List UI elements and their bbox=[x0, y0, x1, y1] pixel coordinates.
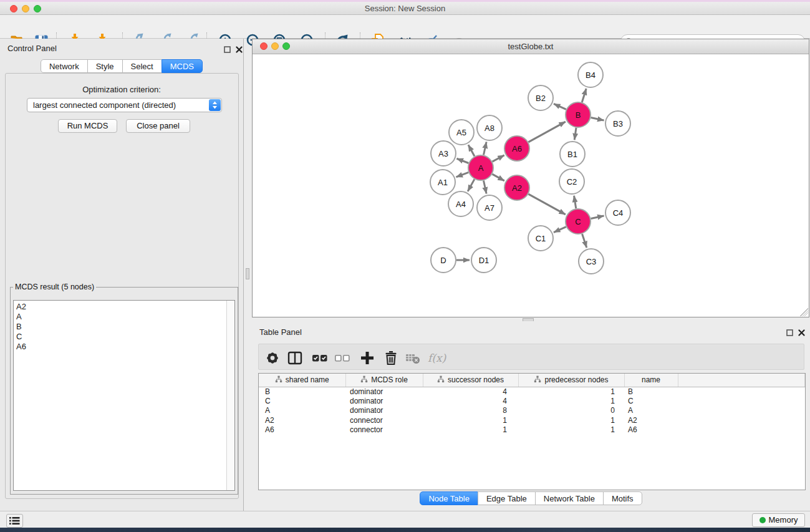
add-column-icon[interactable] bbox=[359, 350, 375, 366]
network-window-titlebar[interactable]: testGlobe.txt bbox=[253, 39, 809, 54]
graph-node-label: C bbox=[575, 217, 581, 226]
tab-select[interactable]: Select bbox=[122, 59, 162, 73]
column-header-shared-name[interactable]: shared name bbox=[259, 374, 345, 387]
mcds-list-scrollbar[interactable] bbox=[226, 301, 234, 490]
run-mcds-button[interactable]: Run MCDS bbox=[58, 119, 117, 133]
select-all-icon[interactable] bbox=[312, 350, 328, 366]
task-history-button[interactable] bbox=[6, 514, 23, 528]
column-header-predecessor-nodes[interactable]: predecessor nodes bbox=[518, 374, 624, 387]
network-canvas[interactable]: AA1A3A5A8A6A2A4A7BB1B2B3B4CC1C2C3C4DD1 bbox=[253, 54, 809, 317]
result-item[interactable]: B bbox=[14, 322, 226, 332]
tab-edge-table[interactable]: Edge Table bbox=[478, 491, 536, 505]
graph-edge-A6-B[interactable] bbox=[528, 122, 565, 142]
table-cell[interactable]: A6 bbox=[259, 425, 345, 435]
table-cell[interactable]: B bbox=[624, 387, 678, 397]
tab-node-table[interactable]: Node Table bbox=[420, 491, 478, 505]
result-item[interactable]: A6 bbox=[14, 342, 226, 352]
split-view-icon[interactable] bbox=[287, 350, 303, 366]
table-cell[interactable]: A2 bbox=[624, 416, 678, 426]
graph-edge-A-A7[interactable] bbox=[483, 181, 486, 194]
column-type-icon bbox=[360, 375, 368, 383]
graph-edge-C-C3[interactable] bbox=[582, 234, 587, 248]
graph-node-label: A3 bbox=[438, 149, 448, 158]
result-item[interactable]: A bbox=[14, 312, 226, 322]
table-cell[interactable]: 1 bbox=[423, 416, 518, 426]
table-cell[interactable]: A6 bbox=[624, 425, 678, 435]
result-item[interactable]: A2 bbox=[14, 302, 226, 312]
optimization-criterion-value: largest connected component (directed) bbox=[33, 100, 176, 110]
table-row[interactable]: A2connector11A2 bbox=[259, 416, 805, 426]
function-builder-icon[interactable]: f(x) bbox=[428, 350, 453, 366]
column-header-successor-nodes[interactable]: successor nodes bbox=[423, 374, 518, 387]
table-cell[interactable]: 1 bbox=[518, 387, 624, 397]
table-row[interactable]: A6connector11A6 bbox=[259, 425, 805, 435]
delete-column-trash-icon[interactable] bbox=[383, 350, 399, 366]
graph-edge-B-B2[interactable] bbox=[554, 104, 566, 109]
table-row[interactable]: Adominator80A bbox=[259, 406, 805, 416]
graph-edge-B-B3[interactable] bbox=[591, 117, 604, 120]
graph-edge-A-A3[interactable] bbox=[456, 158, 468, 163]
table-row[interactable]: Bdominator41B bbox=[259, 387, 805, 397]
tab-network-table[interactable]: Network Table bbox=[535, 491, 604, 505]
optimization-criterion-select[interactable]: largest connected component (directed) bbox=[27, 98, 222, 112]
graph-edge-B-B4[interactable] bbox=[582, 89, 586, 102]
graph-edge-A-A4[interactable] bbox=[468, 179, 475, 191]
memory-button[interactable]: Memory bbox=[752, 513, 805, 527]
graph-edge-C-C1[interactable] bbox=[554, 227, 566, 233]
close-panel-button[interactable]: Close panel bbox=[126, 119, 190, 133]
result-item[interactable]: C bbox=[14, 332, 226, 342]
float-panel-icon[interactable] bbox=[786, 329, 794, 337]
table-cell[interactable]: A bbox=[259, 406, 345, 416]
table-cell[interactable]: B bbox=[259, 387, 345, 397]
settings-gear-icon[interactable] bbox=[264, 350, 281, 366]
graph-edge-A-A8[interactable] bbox=[483, 142, 486, 155]
control-panel: Control Panel NetworkStyleSelectMCDS Opt… bbox=[0, 39, 244, 511]
table-cell[interactable]: dominator bbox=[345, 387, 423, 397]
deselect-all-icon[interactable] bbox=[334, 350, 350, 366]
table-cell[interactable]: A2 bbox=[259, 416, 345, 426]
graph-edge-A-A1[interactable] bbox=[456, 172, 469, 177]
float-panel-icon[interactable] bbox=[223, 46, 231, 54]
table-row[interactable]: Cdominator41C bbox=[259, 397, 805, 407]
table-cell[interactable]: 0 bbox=[518, 406, 624, 416]
tab-style[interactable]: Style bbox=[87, 59, 123, 73]
close-panel-icon[interactable] bbox=[235, 46, 243, 54]
tab-motifs[interactable]: Motifs bbox=[603, 491, 642, 505]
table-cell[interactable]: 1 bbox=[423, 425, 518, 435]
graph-node-label: C3 bbox=[586, 257, 597, 266]
table-cell[interactable]: connector bbox=[345, 416, 423, 426]
table-cell[interactable]: connector bbox=[345, 425, 423, 435]
table-cell[interactable]: 4 bbox=[423, 397, 518, 407]
window-resize-grip[interactable] bbox=[800, 308, 808, 316]
table-cell[interactable]: dominator bbox=[345, 397, 423, 407]
table-cell[interactable]: 4 bbox=[423, 387, 518, 397]
table-cell[interactable]: 1 bbox=[518, 397, 624, 407]
graph-edge-A2-C[interactable] bbox=[528, 194, 565, 215]
tab-network[interactable]: Network bbox=[41, 59, 88, 73]
main-toolbar bbox=[0, 15, 810, 39]
table-cell[interactable]: A bbox=[624, 406, 678, 416]
close-panel-icon[interactable] bbox=[798, 329, 806, 337]
memory-status-icon bbox=[759, 517, 766, 523]
delete-table-icon[interactable] bbox=[405, 350, 421, 366]
table-cell[interactable]: 1 bbox=[518, 425, 624, 435]
graph-edge-A-A6[interactable] bbox=[493, 155, 504, 162]
graph-edge-B-B1[interactable] bbox=[574, 128, 576, 140]
table-cell[interactable]: dominator bbox=[345, 406, 423, 416]
table-cell-filler bbox=[678, 387, 805, 397]
graph-edge-C-C2[interactable] bbox=[574, 196, 576, 209]
graph-edge-A-A2[interactable] bbox=[492, 174, 504, 181]
table-cell[interactable]: C bbox=[259, 397, 345, 407]
table-cell[interactable]: 8 bbox=[423, 406, 518, 416]
column-header-mcds-role[interactable]: MCDS role bbox=[345, 374, 423, 387]
graph-edge-A-A5[interactable] bbox=[468, 145, 475, 156]
vertical-splitter-grip[interactable] bbox=[246, 268, 249, 279]
graph-node-label: D bbox=[440, 256, 446, 265]
table-cell[interactable]: 1 bbox=[518, 416, 624, 426]
mcds-result-list: A2ABCA6 bbox=[13, 300, 235, 491]
graph-edge-C-C4[interactable] bbox=[591, 216, 604, 219]
tab-mcds[interactable]: MCDS bbox=[162, 59, 203, 73]
table-cell[interactable]: C bbox=[624, 397, 678, 407]
column-header-filler bbox=[678, 374, 805, 387]
column-header-name[interactable]: name bbox=[624, 374, 678, 387]
